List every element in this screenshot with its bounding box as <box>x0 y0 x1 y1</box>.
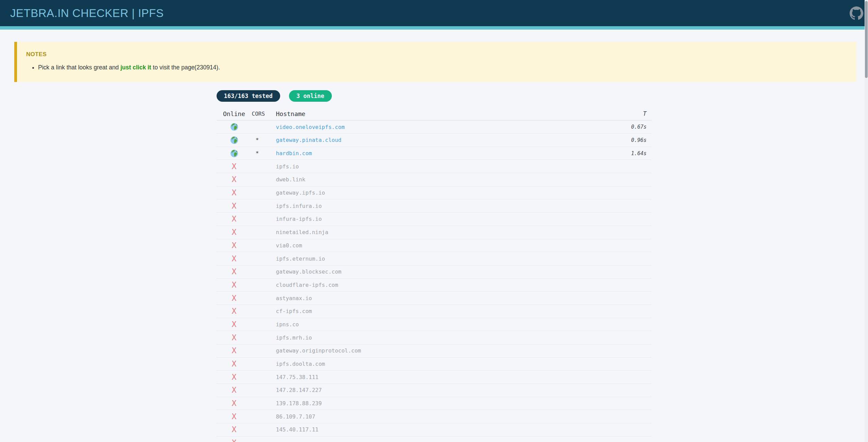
column-header-online: Online <box>217 110 252 117</box>
column-header-cors: CORS <box>252 111 263 117</box>
hostname-text: ipns.co <box>276 321 299 328</box>
badge-label: 3 online <box>296 93 324 99</box>
hostname-cell: ninetailed.ninja <box>263 229 597 235</box>
online-status-cell: X <box>217 413 252 421</box>
hostname-text: gateway.originprotocol.com <box>276 347 361 354</box>
hostname-cell: ipns.co <box>263 321 597 328</box>
table-row: X gateway.blocksec.com <box>217 265 652 279</box>
table-row: X astyanax.io <box>217 292 652 305</box>
hostname-cell: ipfs.mrh.io <box>263 334 597 341</box>
table-row: X ninetailed.ninja <box>217 226 652 239</box>
online-status-cell: X <box>217 123 252 131</box>
table-row: X gateway.ipfs.io <box>217 186 652 200</box>
hostname-text: ipfs.mrh.io <box>276 334 312 341</box>
online-status-cell: X <box>217 149 252 158</box>
table-row: X * gateway.pinata.cloud 0.96s <box>217 134 652 147</box>
hostname-cell: gateway.pinata.cloud <box>263 137 597 143</box>
badge-label: 163/163 tested <box>224 93 273 99</box>
globe-icon <box>230 123 238 131</box>
hostname-cell: astyanax.io <box>263 295 597 301</box>
hostname-text: ninetailed.ninja <box>276 229 328 235</box>
hostname-cell: cloudflare-ipfs.com <box>263 282 597 288</box>
hostname-cell: video.oneloveipfs.com <box>263 124 597 130</box>
hostname-text: ipfs.io <box>276 163 299 170</box>
table-row: X ipfs.mrh.io <box>217 331 652 344</box>
scrollbar-track[interactable] <box>865 0 868 442</box>
table-row: X cf-ipfs.com <box>217 305 652 318</box>
x-icon: X <box>232 359 237 368</box>
x-icon: X <box>232 320 237 329</box>
hostname-text[interactable]: gateway.pinata.cloud <box>276 137 342 143</box>
table-row: X cloudflare-ipfs.com <box>217 279 652 292</box>
column-header-hostname: Hostname <box>263 110 597 117</box>
online-status-cell: X <box>217 176 252 183</box>
column-header-time: T <box>597 110 652 117</box>
online-status-cell: X <box>217 294 252 302</box>
table-row: X gateway.originprotocol.com <box>217 344 652 358</box>
github-link[interactable] <box>850 6 863 20</box>
hostname-cell: gateway.blocksec.com <box>263 268 597 275</box>
x-icon: X <box>232 294 237 302</box>
online-status-cell: X <box>217 321 252 328</box>
x-icon: X <box>232 201 237 210</box>
hostname-text: 139.178.88.239 <box>276 400 322 407</box>
gateway-table: Online CORS Hostname T X video.oneloveip… <box>217 108 652 442</box>
notes-heading: NOTES <box>26 51 846 58</box>
online-status-cell: X <box>217 386 252 394</box>
table-row: X 147.75.38.111 <box>217 371 652 384</box>
x-icon: X <box>232 333 237 342</box>
hostname-cell: ipfs.io <box>263 163 597 170</box>
hostname-text: 86.109.7.107 <box>276 413 316 420</box>
hostname-text[interactable]: hardbin.com <box>276 150 312 157</box>
x-icon: X <box>232 346 237 355</box>
hostname-text: cloudflare-ipfs.com <box>276 282 338 288</box>
hostname-text: infura-ipfs.io <box>276 216 322 222</box>
hostname-text: via0.com <box>276 242 302 249</box>
online-status-cell: X <box>217 307 252 315</box>
online-status-cell: X <box>217 202 252 210</box>
table-row: X ipfs.eternum.io <box>217 252 652 265</box>
hostname-cell: cf-ipfs.com <box>263 308 597 314</box>
status-badges: 163/163 tested 3 online <box>217 90 652 102</box>
hostname-text: 147.28.147.227 <box>276 387 322 393</box>
notes-list: Pick a link that looks great and just cl… <box>26 64 846 72</box>
table-row: X ipfs.io <box>217 160 652 173</box>
hostname-cell: 147.75.38.111 <box>263 374 597 380</box>
hostname-text: dweb.link <box>276 176 306 183</box>
table-row: X infura-ipfs.io <box>217 213 652 226</box>
hostname-cell: hardbin.com <box>263 150 597 157</box>
notes-text-pre: Pick a link that looks great and <box>38 64 120 71</box>
table-row: X 147.28.147.227 <box>217 384 652 397</box>
online-status-cell: X <box>217 255 252 263</box>
x-icon: X <box>232 228 237 236</box>
x-icon: X <box>232 188 237 197</box>
hostname-cell: ipfs.infura.io <box>263 203 597 209</box>
top-bar: JETBRA.IN CHECKER | IPFS <box>0 0 868 26</box>
table-row: X <box>217 437 652 442</box>
online-status-cell: X <box>217 399 252 407</box>
x-icon: X <box>232 214 237 223</box>
online-status-cell: X <box>217 136 252 144</box>
hostname-text: ipfs.doolta.com <box>276 361 325 367</box>
x-icon: X <box>232 399 237 408</box>
main-content: 163/163 tested 3 online Online CORS Host… <box>217 90 652 442</box>
hostname-text: gateway.blocksec.com <box>276 268 342 275</box>
hostname-text: astyanax.io <box>276 295 312 301</box>
online-status-cell: X <box>217 334 252 342</box>
x-icon: X <box>232 254 237 263</box>
hostname-cell: via0.com <box>263 242 597 249</box>
online-status-cell: X <box>217 189 252 197</box>
hostname-text: 145.40.117.11 <box>276 426 319 433</box>
github-octocat-icon <box>850 6 863 20</box>
online-status-cell: X <box>217 242 252 249</box>
online-status-cell: X <box>217 215 252 223</box>
scrollbar-thumb[interactable] <box>865 1 868 78</box>
cors-cell: * <box>252 150 263 157</box>
hostname-cell: 145.40.117.11 <box>263 426 597 433</box>
online-status-cell: X <box>217 360 252 368</box>
table-row: X dweb.link <box>217 173 652 186</box>
x-icon: X <box>232 386 237 394</box>
hostname-text: gateway.ipfs.io <box>276 190 325 196</box>
hostname-text[interactable]: video.oneloveipfs.com <box>276 124 345 130</box>
table-row: X * hardbin.com 1.64s <box>217 147 652 160</box>
